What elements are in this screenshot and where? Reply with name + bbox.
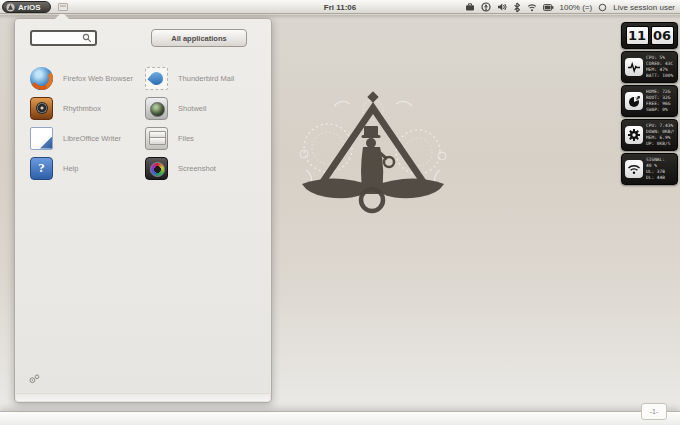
app-label: Firefox Web Browser	[63, 74, 133, 83]
wifi-signal-icon	[625, 160, 643, 178]
bottom-tray	[0, 412, 680, 425]
clock-widget: 11 06	[621, 22, 678, 49]
widget-line: UP: 0KB/S	[646, 141, 674, 147]
clock-hour: 11	[626, 26, 649, 45]
app-item-writer[interactable]: LibreOffice Writer	[30, 123, 145, 153]
help-icon	[30, 157, 53, 180]
wifi-icon[interactable]	[527, 3, 537, 12]
app-label: Thunderbird Mail	[178, 74, 234, 83]
app-item-files[interactable]: Files	[145, 123, 258, 153]
top-bar: AriOS Fri 11:06 100% (=)	[0, 0, 680, 14]
widget-line: SWAP: 0%	[646, 107, 674, 113]
process-monitor-widget: CPU: 7.43%DOWN: 0KB/SMEM: 6.9%UP: 0KB/S	[621, 119, 678, 151]
app-label: LibreOffice Writer	[63, 134, 121, 143]
app-label: Rhythmbox	[63, 104, 101, 113]
app-label: Screenshot	[178, 164, 216, 173]
search-box[interactable]	[30, 30, 97, 46]
disk-usage-widget: HOME: 72GROOT: 32GFREE: 96GSWAP: 0%	[621, 85, 678, 117]
bluetooth-icon[interactable]	[513, 2, 521, 13]
search-input[interactable]	[35, 34, 82, 43]
input-source-icon[interactable]	[465, 2, 475, 12]
gear-icon	[625, 126, 643, 144]
app-item-help[interactable]: Help	[30, 153, 145, 183]
accessibility-icon[interactable]	[481, 2, 491, 12]
app-grid: Firefox Web BrowserThunderbird MailRhyth…	[30, 63, 258, 183]
app-item-shotwell[interactable]: Shotwell	[145, 93, 258, 123]
firefox-icon	[30, 67, 53, 90]
all-applications-button[interactable]: All applications	[151, 29, 247, 47]
files-icon	[145, 127, 168, 150]
user-menu[interactable]: Live session user	[613, 3, 675, 12]
battery-icon[interactable]	[543, 3, 554, 12]
app-label: Help	[63, 164, 78, 173]
arios-wallpaper-emblem	[290, 90, 456, 220]
system-monitor-widget: CPU: 5%CORE0: 43CMEM: 47%BATT: 100%	[621, 51, 678, 83]
network-widget: SIGNAL:40 %UL: 37BDL: 44B	[621, 153, 678, 185]
battery-percentage[interactable]: 100% (=)	[560, 3, 593, 12]
system-tray: 100% (=) Live session user	[465, 0, 676, 14]
session-icon[interactable]	[598, 3, 607, 12]
settings-gears-icon[interactable]	[29, 370, 40, 388]
thunderbird-icon	[145, 67, 168, 90]
workspace-indicator[interactable]: -1-	[641, 403, 667, 420]
rhythmbox-icon	[30, 97, 53, 120]
panel-footer	[16, 393, 270, 401]
widget-line: DL: 44B	[646, 175, 674, 181]
clock-minute: 06	[651, 26, 674, 45]
screenshot-icon	[145, 157, 168, 180]
app-item-firefox[interactable]: Firefox Web Browser	[30, 63, 145, 93]
app-item-screenshot[interactable]: Screenshot	[145, 153, 258, 183]
search-icon	[82, 33, 92, 43]
volume-icon[interactable]	[497, 2, 507, 12]
writer-icon	[30, 127, 53, 150]
heartbeat-icon	[625, 58, 643, 76]
app-label: Shotwell	[178, 104, 206, 113]
desktop-widgets: 11 06 CPU: 5%CORE0: 43CMEM: 47%BATT: 100…	[621, 22, 678, 185]
shotwell-icon	[145, 97, 168, 120]
widget-line: BATT: 100%	[646, 73, 674, 79]
application-launcher-panel: All applications Firefox Web BrowserThun…	[14, 18, 272, 403]
app-item-thunderbird[interactable]: Thunderbird Mail	[145, 63, 258, 93]
app-item-rhythmbox[interactable]: Rhythmbox	[30, 93, 145, 123]
app-label: Files	[178, 134, 194, 143]
pie-chart-icon	[625, 92, 643, 110]
